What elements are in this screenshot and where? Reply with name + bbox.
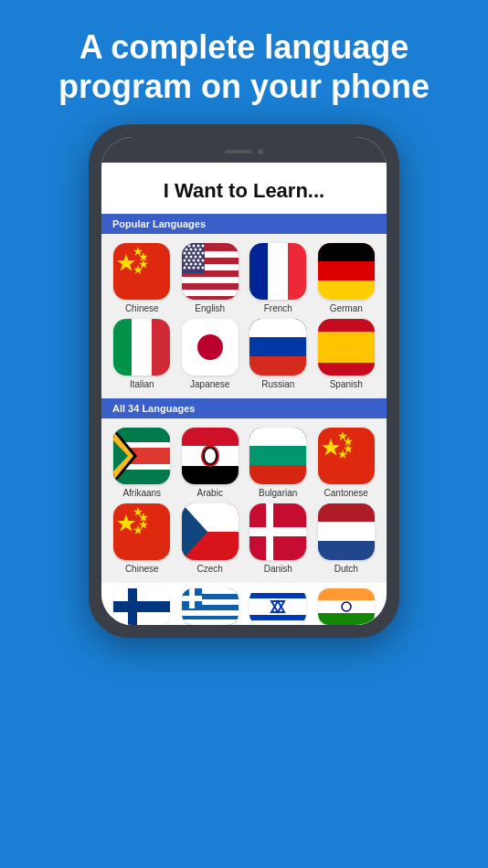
bulgarian-flag bbox=[249, 428, 306, 484]
svg-point-40 bbox=[187, 267, 190, 270]
list-item[interactable]: Bulgarian bbox=[247, 428, 310, 498]
greek-flag bbox=[182, 588, 239, 625]
svg-point-16 bbox=[201, 245, 204, 248]
popular-language-grid: Chinese bbox=[101, 234, 387, 398]
list-item[interactable]: Arabic bbox=[179, 428, 242, 498]
svg-rect-86 bbox=[113, 503, 170, 560]
svg-point-23 bbox=[192, 252, 195, 255]
hero-section: A complete language program on your phon… bbox=[0, 0, 488, 124]
french-flag bbox=[249, 243, 306, 300]
svg-rect-103 bbox=[113, 601, 170, 612]
list-item[interactable]: Cantonese bbox=[315, 428, 378, 498]
svg-point-19 bbox=[194, 249, 196, 251]
arabic-label: Arabic bbox=[197, 488, 223, 498]
list-item[interactable]: Japanese bbox=[179, 319, 242, 389]
italian-flag bbox=[113, 319, 170, 376]
all-language-grid: Afrikaans bbox=[101, 418, 387, 583]
svg-rect-79 bbox=[249, 428, 306, 446]
afrikaans-flag bbox=[113, 428, 170, 484]
list-item[interactable]: Danish bbox=[247, 503, 310, 574]
german-label: German bbox=[330, 303, 363, 313]
svg-point-24 bbox=[196, 252, 199, 255]
svg-rect-57 bbox=[249, 319, 306, 337]
svg-point-32 bbox=[192, 259, 195, 262]
speaker bbox=[225, 150, 252, 153]
list-item[interactable]: English bbox=[179, 243, 242, 313]
list-item[interactable]: Russian bbox=[247, 319, 310, 389]
list-item[interactable]: French bbox=[247, 243, 310, 313]
cantonese-label: Cantonese bbox=[324, 488, 368, 498]
svg-point-54 bbox=[197, 334, 223, 360]
svg-point-39 bbox=[183, 267, 186, 270]
svg-rect-72 bbox=[182, 428, 239, 446]
english-flag bbox=[182, 243, 239, 300]
svg-rect-111 bbox=[182, 596, 202, 601]
bulgarian-label: Bulgarian bbox=[259, 488, 297, 498]
svg-rect-108 bbox=[182, 619, 239, 625]
svg-rect-114 bbox=[249, 615, 306, 620]
phone-wrapper: I Want to Learn... Popular Languages Chi… bbox=[89, 124, 399, 868]
svg-point-35 bbox=[185, 263, 187, 266]
list-item[interactable]: Afrikaans bbox=[111, 428, 174, 498]
svg-rect-52 bbox=[152, 319, 170, 376]
svg-point-17 bbox=[185, 249, 187, 251]
spanish-flag bbox=[318, 319, 375, 376]
svg-rect-119 bbox=[318, 613, 375, 625]
hindi-flag bbox=[318, 588, 375, 625]
hero-text: A complete language program on your phon… bbox=[0, 0, 488, 124]
phone-screen: I Want to Learn... Popular Languages Chi… bbox=[101, 137, 387, 625]
chinese-flag bbox=[113, 243, 170, 300]
svg-point-76 bbox=[205, 449, 216, 463]
svg-point-30 bbox=[183, 259, 186, 262]
svg-rect-46 bbox=[288, 243, 306, 300]
camera bbox=[258, 149, 263, 154]
svg-point-25 bbox=[201, 252, 204, 255]
svg-rect-0 bbox=[113, 243, 170, 300]
popular-section-header: Popular Languages bbox=[101, 214, 387, 234]
phone-notch-bar bbox=[101, 137, 387, 163]
list-item[interactable]: Dutch bbox=[315, 503, 378, 574]
svg-point-38 bbox=[198, 263, 201, 266]
italian-label: Italian bbox=[130, 379, 154, 389]
list-item[interactable] bbox=[111, 588, 174, 625]
svg-point-34 bbox=[201, 259, 204, 262]
svg-point-20 bbox=[198, 249, 201, 251]
svg-point-22 bbox=[187, 252, 190, 255]
chinese2-flag bbox=[113, 503, 170, 560]
list-item[interactable]: Czech bbox=[179, 503, 242, 574]
svg-point-33 bbox=[196, 259, 199, 262]
phone-notch bbox=[207, 144, 281, 159]
svg-rect-73 bbox=[182, 466, 239, 484]
french-label: French bbox=[264, 303, 292, 313]
svg-point-43 bbox=[201, 267, 204, 270]
svg-point-28 bbox=[194, 256, 196, 259]
svg-point-21 bbox=[183, 252, 186, 255]
svg-point-12 bbox=[183, 245, 186, 248]
svg-point-41 bbox=[192, 267, 195, 270]
dutch-label: Dutch bbox=[334, 564, 358, 574]
list-item[interactable] bbox=[315, 588, 378, 625]
svg-rect-9 bbox=[182, 277, 239, 283]
svg-point-13 bbox=[187, 245, 190, 248]
list-item[interactable]: Chinese bbox=[111, 243, 174, 313]
list-item[interactable]: Chinese bbox=[111, 503, 174, 574]
svg-point-18 bbox=[189, 249, 192, 251]
list-item[interactable] bbox=[179, 588, 242, 625]
list-item[interactable] bbox=[247, 588, 310, 625]
chinese-label: Chinese bbox=[125, 303, 159, 313]
svg-point-15 bbox=[196, 245, 199, 248]
list-item[interactable]: Spanish bbox=[315, 319, 378, 389]
svg-point-31 bbox=[187, 259, 190, 262]
svg-rect-59 bbox=[318, 332, 375, 363]
svg-point-29 bbox=[198, 256, 201, 259]
phone-content: I Want to Learn... Popular Languages Chi… bbox=[101, 163, 387, 625]
svg-rect-113 bbox=[249, 593, 306, 598]
svg-rect-10 bbox=[182, 290, 239, 296]
finnish-flag bbox=[113, 588, 170, 625]
svg-point-26 bbox=[185, 256, 187, 259]
list-item[interactable]: Italian bbox=[111, 319, 174, 389]
list-item[interactable]: German bbox=[315, 243, 378, 313]
svg-rect-100 bbox=[318, 503, 375, 522]
japanese-flag bbox=[182, 319, 239, 376]
svg-rect-107 bbox=[182, 610, 239, 616]
